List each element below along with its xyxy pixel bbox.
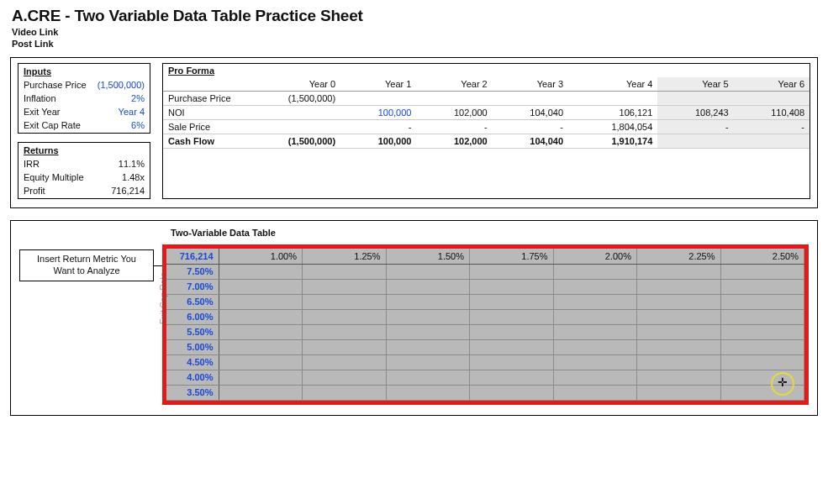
dt-corner-cell[interactable]: 716,214 — [166, 249, 219, 264]
input-label: Exit Year — [20, 106, 91, 118]
inputs-heading: Inputs — [20, 66, 148, 77]
table-row-cashflow: Cash Flow (1,500,000) 100,000 102,000 10… — [163, 134, 810, 149]
dt-col-header: 2.25% — [637, 249, 721, 264]
dt-row-header: 7.50% — [166, 264, 219, 279]
input-label: Inflation — [20, 92, 91, 104]
return-value: 11.1% — [101, 158, 148, 170]
returns-heading: Returns — [20, 144, 148, 156]
return-label: Profit — [20, 185, 99, 197]
input-value[interactable]: 2% — [92, 92, 148, 104]
data-table-panel: Two-Variable Data Table Insert Return Me… — [10, 220, 818, 416]
input-label: Exit Cap Rate — [20, 119, 91, 131]
table-row: Purchase Price (1,500,000) — [163, 92, 810, 106]
proforma-table: Pro Forma Year 0 Year 1 Year 2 Year 3 Ye… — [163, 64, 810, 149]
dt-row-header: 4.50% — [166, 354, 219, 370]
dt-col-header: 1.00% — [219, 249, 303, 264]
dt-row-header: 5.50% — [166, 324, 219, 339]
dt-row: 7.50% — [166, 264, 804, 279]
dt-row-header: 3.50% — [166, 385, 219, 400]
input-label: Purchase Price — [20, 79, 91, 91]
dt-col-header: 2.50% — [720, 249, 804, 264]
dt-row-header: 4.00% — [166, 370, 219, 385]
input-value[interactable]: (1,500,000) — [92, 79, 148, 91]
table-row: Sale Price - - - 1,804,054 - - — [163, 120, 810, 134]
dt-row: 6.50% — [166, 294, 804, 309]
return-label: IRR — [20, 158, 99, 170]
dt-col-header: 2.00% — [553, 249, 637, 264]
return-value: 716,214 — [101, 185, 148, 197]
dt-col-header: 1.50% — [386, 249, 470, 264]
return-label: Equity Multiple — [20, 171, 99, 183]
dt-row: 5.50% — [166, 324, 804, 339]
callout-box: Insert Return Metric You Want to Analyze — [19, 249, 154, 281]
video-link[interactable]: Video Link — [12, 27, 816, 37]
input-value[interactable]: 6% — [92, 119, 148, 131]
post-link[interactable]: Post Link — [12, 39, 816, 49]
data-table-title: Two-Variable Data Table — [171, 228, 809, 238]
inputs-table: Inputs Purchase Price(1,500,000) Inflati… — [18, 63, 150, 134]
y-axis-label: Exit Cap Rate — [159, 273, 168, 325]
model-panel: Inputs Purchase Price(1,500,000) Inflati… — [10, 57, 818, 208]
dt-row-header: 6.00% — [166, 309, 219, 324]
input-value[interactable]: Year 4 — [92, 106, 148, 118]
dt-col-header: 1.25% — [303, 249, 387, 264]
dt-row: 4.50% — [166, 354, 804, 370]
dt-row-header: 5.00% — [166, 339, 219, 354]
dt-row-header: 6.50% — [166, 294, 219, 309]
two-var-data-table[interactable]: Exit Cap Rate 716,214 1.00% 1.25% 1.50% … — [162, 244, 809, 405]
proforma-year-row: Year 0 Year 1 Year 2 Year 3 Year 4 Year … — [163, 77, 810, 92]
returns-table: Returns IRR11.1% Equity Multiple1.48x Pr… — [18, 142, 150, 199]
dt-row: 4.00% — [166, 370, 804, 385]
dt-header-row: 716,214 1.00% 1.25% 1.50% 1.75% 2.00% 2.… — [166, 249, 804, 264]
dt-row-header: 7.00% — [166, 279, 219, 294]
dt-row: 6.00% — [166, 309, 804, 324]
table-row: NOI 100,000 102,000 104,040 106,121 108,… — [163, 106, 810, 120]
dt-col-header: 1.75% — [470, 249, 554, 264]
dt-row: 7.00% — [166, 279, 804, 294]
dt-row: 5.00% — [166, 339, 804, 354]
dt-row: 3.50% — [166, 385, 804, 400]
proforma-table-wrap: Pro Forma Year 0 Year 1 Year 2 Year 3 Ye… — [162, 63, 810, 199]
page-title: A.CRE - Two Variable Data Table Practice… — [12, 7, 816, 25]
proforma-heading: Pro Forma — [163, 64, 810, 77]
return-value: 1.48x — [101, 171, 148, 183]
